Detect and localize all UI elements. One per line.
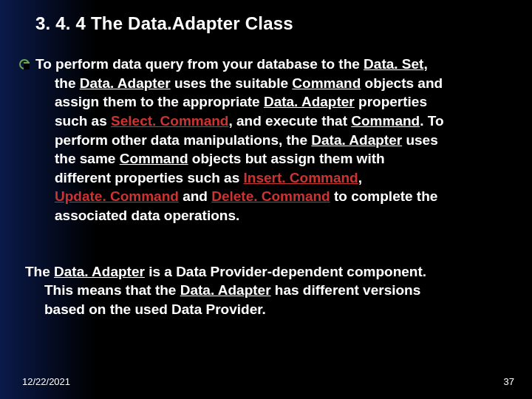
term-deletecommand: Delete. Command <box>211 188 330 204</box>
term-dataadapter: Data. Adapter <box>264 94 355 109</box>
text: objects but assign them with <box>188 151 385 166</box>
term-selectcommand: Select. Command <box>111 113 228 129</box>
text: uses the suitable <box>171 75 293 91</box>
footer-date: 12/22/2021 <box>22 376 70 387</box>
paragraph-2: The Data. Adapter is a Data Provider-dep… <box>25 262 510 319</box>
term-command: Command <box>292 75 361 91</box>
text: To perform data query from your database… <box>35 56 364 72</box>
text: objects and <box>361 75 443 91</box>
text: uses <box>402 132 438 148</box>
text: associated data operations. <box>35 208 239 223</box>
text: perform other data manipulations, the <box>35 132 311 148</box>
slide-container: 3. 4. 4 The Data.Adapter Class To perfor… <box>0 0 532 319</box>
slide-footer: 12/22/2021 37 <box>22 376 514 387</box>
bullet-block-1: To perform data query from your database… <box>19 55 510 245</box>
text: and <box>179 188 211 204</box>
term-command: Command <box>351 113 420 129</box>
term-dataadapter: Data. Adapter <box>54 264 145 279</box>
text: , <box>358 170 362 185</box>
text: This means that the <box>25 282 180 298</box>
slide-heading: 3. 4. 4 The Data.Adapter Class <box>35 13 510 34</box>
term-dataadapter: Data. Adapter <box>80 75 171 91</box>
text: such as <box>35 113 111 129</box>
text: . To <box>420 113 443 129</box>
text: the same <box>35 151 120 166</box>
term-insertcommand: Insert. Command <box>244 170 358 185</box>
text: assign them to the appropriate <box>35 94 264 109</box>
text: to complete the <box>330 188 438 204</box>
term-command: Command <box>120 151 188 166</box>
paragraph-1: To perform data query from your database… <box>35 55 444 225</box>
text: properties <box>355 94 427 109</box>
term-updatecommand: Update. Command <box>35 188 179 204</box>
text: The <box>25 264 54 279</box>
term-dataadapter: Data. Adapter <box>180 282 271 298</box>
text: , and execute that <box>228 113 351 129</box>
text: the <box>35 75 80 91</box>
text: based on the used Data Provider. <box>25 301 266 317</box>
footer-page-number: 37 <box>504 376 514 387</box>
text: is a Data Provider-dependent component. <box>145 264 426 279</box>
term-dataset: Data. Set <box>364 56 423 72</box>
text: different properties such as <box>35 170 244 185</box>
text: has different versions <box>271 282 421 298</box>
text: , <box>423 56 427 72</box>
term-dataadapter: Data. Adapter <box>311 132 402 148</box>
bullet-icon <box>19 59 30 69</box>
